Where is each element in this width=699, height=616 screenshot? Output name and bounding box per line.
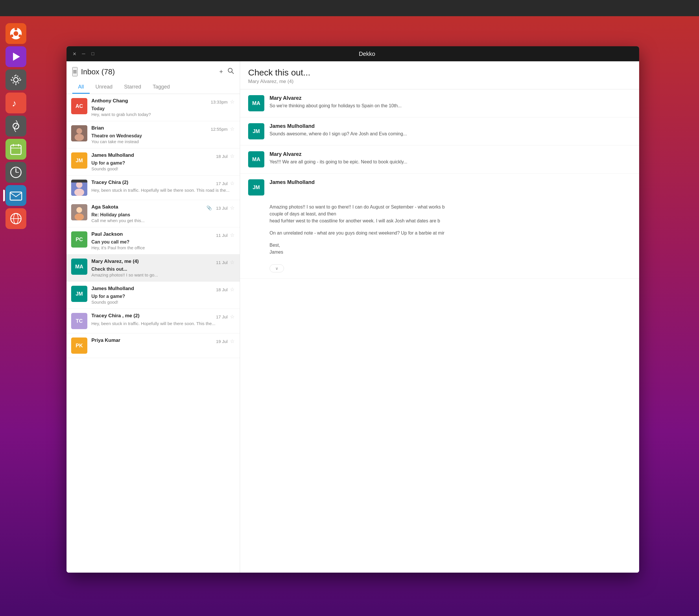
- email-content: Tracey Chira , me (2) 17 Jul ☆ Hey, been…: [91, 313, 235, 326]
- avatar: [71, 125, 87, 141]
- star-button[interactable]: ☆: [229, 125, 235, 133]
- minimize-button[interactable]: ─: [80, 51, 87, 57]
- avatar: JM: [71, 153, 87, 169]
- expand-thread-button[interactable]: ∨: [269, 264, 284, 272]
- launcher-animation[interactable]: [5, 116, 26, 136]
- email-header-row: Aga Sakota 📎 13 Jul ☆: [91, 204, 235, 212]
- compose-button[interactable]: +: [219, 68, 223, 76]
- email-header-row: Tracey Chira , me (2) 17 Jul ☆: [91, 313, 235, 320]
- email-item[interactable]: Tracey Chira (2) 17 Jul ☆ Hey, been stuc…: [67, 175, 240, 200]
- thread-messages: MA Mary Alvarez So we're thinking about …: [240, 89, 639, 573]
- email-content: Mary Alvarez, me (4) 11 Jul ☆ Check this…: [91, 259, 235, 277]
- tab-all[interactable]: All: [72, 81, 90, 94]
- email-date: 13:33pm: [211, 100, 228, 104]
- email-subject: Re: Holiday plans: [91, 212, 235, 218]
- avatar-photo: [71, 204, 87, 220]
- svg-point-32: [75, 213, 84, 220]
- svg-rect-29: [71, 180, 87, 183]
- star-button[interactable]: ☆: [229, 313, 235, 320]
- launcher-ubuntu[interactable]: [5, 23, 26, 44]
- email-thread-panel: Check this out... Mary Alvarez, me (4) M…: [240, 61, 639, 573]
- tab-starred[interactable]: Starred: [118, 81, 147, 94]
- avatar: PK: [71, 338, 87, 354]
- email-header-row: Priya Kumar 19 Jul ☆: [91, 338, 235, 345]
- email-date: 19 Jul: [216, 339, 228, 344]
- panel-header-top: ≡ Inbox (78) +: [72, 67, 234, 76]
- star-button[interactable]: ☆: [229, 231, 235, 239]
- svg-point-31: [76, 207, 82, 213]
- email-item[interactable]: Aga Sakota 📎 13 Jul ☆ Re: Holiday plans …: [67, 200, 240, 227]
- panel-header: ≡ Inbox (78) + All Unread: [67, 61, 240, 94]
- email-sender: Tracey Chira , me (2): [91, 313, 140, 319]
- email-header-row: Brian 12:55pm ☆: [91, 125, 235, 133]
- star-button[interactable]: ☆: [229, 153, 235, 160]
- svg-point-4: [10, 35, 13, 37]
- svg-point-27: [76, 182, 82, 188]
- mail-icon: [9, 188, 23, 202]
- launcher-browser[interactable]: [5, 208, 26, 229]
- email-sender: Mary Alvarez, me (4): [91, 259, 139, 264]
- star-button[interactable]: ☆: [229, 286, 235, 293]
- avatar: PC: [71, 231, 87, 248]
- email-preview: Amazing photos!! I so want to go...: [91, 272, 235, 277]
- email-item[interactable]: AC Anthony Chang 13:33pm ☆ Today Hey, wa…: [67, 94, 240, 121]
- email-item[interactable]: PC Paul Jackson 11 Jul ☆ Can you call me…: [67, 227, 240, 254]
- star-button[interactable]: ☆: [229, 259, 235, 266]
- svg-point-2: [14, 27, 17, 30]
- email-item[interactable]: JM James Mulholland 18 Jul ☆ Up for a ga…: [67, 282, 240, 309]
- email-content: James Mulholland 18 Jul ☆ Up for a game?…: [91, 286, 235, 304]
- email-date: 12:55pm: [211, 127, 228, 132]
- launcher-clock[interactable]: [5, 162, 26, 183]
- email-subject: Theatre on Wednesday: [91, 133, 235, 139]
- star-button[interactable]: ☆: [229, 338, 235, 345]
- tab-unread[interactable]: Unread: [90, 81, 118, 94]
- music-icon: ♪: [9, 96, 23, 110]
- launcher-mail[interactable]: [5, 185, 26, 206]
- email-list: AC Anthony Chang 13:33pm ☆ Today Hey, wa…: [67, 94, 240, 573]
- gear-icon: [9, 73, 23, 87]
- email-header-row: Paul Jackson 11 Jul ☆: [91, 231, 235, 239]
- email-header-row: James Mulholland 18 Jul ☆: [91, 153, 235, 160]
- svg-marker-5: [13, 53, 20, 61]
- thread-message-expanded: JM James Mulholland Amazing photos!! I s…: [240, 173, 639, 278]
- msg-text: Sounds awesome, where do I sign up? Are …: [269, 130, 631, 137]
- launcher-media[interactable]: [5, 46, 26, 67]
- close-button[interactable]: ✕: [71, 51, 78, 57]
- msg-avatar: MA: [248, 95, 264, 112]
- email-item[interactable]: MA Mary Alvarez, me (4) 11 Jul ☆ Check t…: [67, 254, 240, 282]
- play-icon: [9, 50, 23, 64]
- thread-subject: Check this out...: [248, 68, 631, 78]
- msg-text-line1: Amazing photos!! I so want to go there!!…: [269, 204, 631, 211]
- launcher-calendar[interactable]: [5, 139, 26, 160]
- email-content: Priya Kumar 19 Jul ☆: [91, 338, 235, 345]
- email-item[interactable]: PK Priya Kumar 19 Jul ☆: [67, 333, 240, 358]
- email-item[interactable]: Brian 12:55pm ☆ Theatre on Wednesday You…: [67, 121, 240, 148]
- tab-tagged[interactable]: Tagged: [147, 81, 175, 94]
- msg-text-line3: head furhter west to the coastline for a…: [269, 218, 631, 224]
- thread-message: MA Mary Alvarez Yes!!! We are all going …: [240, 145, 639, 173]
- email-sender: Brian: [91, 125, 104, 131]
- email-content: Aga Sakota 📎 13 Jul ☆ Re: Holiday plans …: [91, 204, 235, 223]
- launcher: ♪: [0, 17, 32, 616]
- launcher-music[interactable]: ♪: [5, 93, 26, 113]
- avatar: [71, 180, 87, 196]
- star-button[interactable]: ☆: [229, 180, 235, 187]
- email-date: 18 Jul: [216, 154, 228, 159]
- email-date: 13 Jul: [216, 206, 228, 211]
- email-preview: Sounds good!: [91, 166, 235, 171]
- star-button[interactable]: ☆: [229, 204, 235, 212]
- email-item[interactable]: JM James Mulholland 18 Jul ☆ Up for a ga…: [67, 148, 240, 175]
- email-preview: Sounds good!: [91, 300, 235, 304]
- star-button[interactable]: ☆: [229, 98, 235, 106]
- thread-message: MA Mary Alvarez So we're thinking about …: [240, 89, 639, 117]
- top-bar: [0, 0, 699, 16]
- email-date: 17 Jul: [216, 181, 228, 186]
- email-item[interactable]: TC Tracey Chira , me (2) 17 Jul ☆ Hey, b…: [67, 309, 240, 333]
- maximize-button[interactable]: □: [90, 51, 96, 57]
- launcher-settings[interactable]: [5, 69, 26, 90]
- menu-button[interactable]: ≡: [72, 67, 78, 76]
- search-button[interactable]: [228, 68, 234, 76]
- clock-icon: [9, 166, 23, 179]
- thread-participants: Mary Alvarez, me (4): [248, 79, 631, 84]
- svg-point-21: [228, 68, 232, 72]
